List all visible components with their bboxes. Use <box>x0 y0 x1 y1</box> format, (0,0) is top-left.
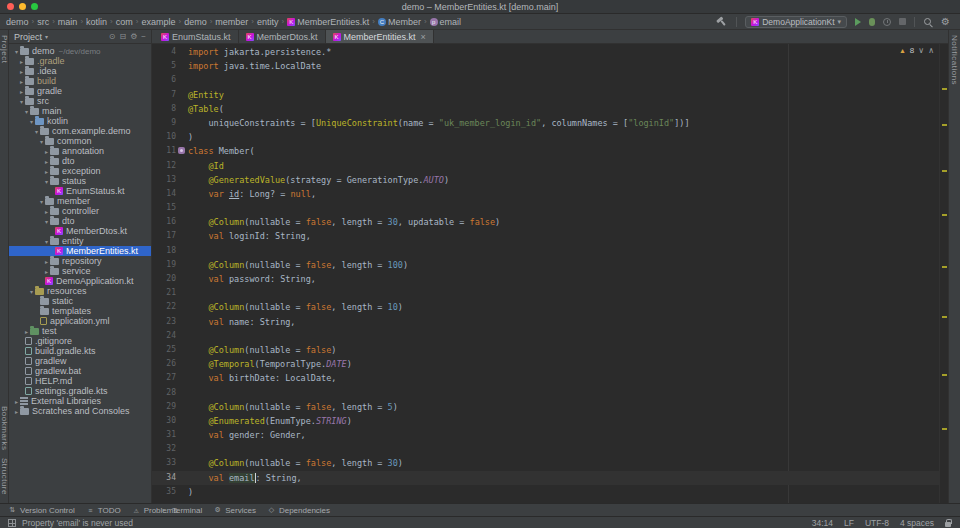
line-number[interactable]: 19 <box>152 258 176 272</box>
project-tree-item[interactable]: ▾com.example.demo <box>9 126 151 136</box>
code-line[interactable]: 11class Member( <box>152 144 939 158</box>
debug-button[interactable] <box>869 18 875 26</box>
line-separator-widget[interactable]: LF <box>844 518 854 528</box>
readonly-lock-icon[interactable] <box>945 519 952 527</box>
line-number[interactable]: 4 <box>152 45 176 59</box>
inspections-widget[interactable]: ▲ 8 ∨ ∧ <box>899 46 934 55</box>
project-tree-item[interactable]: KMemberEntities.kt <box>9 246 151 256</box>
close-window-button[interactable] <box>7 3 14 10</box>
close-icon[interactable]: × <box>421 32 426 42</box>
line-number[interactable]: 31 <box>152 428 176 442</box>
project-tree-item[interactable]: ▸External Libraries <box>9 396 151 406</box>
code-line[interactable]: 12 @Id <box>152 159 939 173</box>
hide-panel-icon[interactable]: − <box>141 30 146 44</box>
line-number[interactable]: 21 <box>152 286 176 300</box>
prev-warning-icon[interactable]: ∧ <box>928 46 934 55</box>
breadcrumb-item[interactable]: kotlin <box>86 17 107 27</box>
breadcrumb-item[interactable]: pemail <box>430 17 462 27</box>
tree-expand-icon[interactable]: ▸ <box>18 58 25 65</box>
line-number[interactable]: 33 <box>152 456 176 470</box>
warning-stripe-mark[interactable] <box>942 88 947 90</box>
editor-tab[interactable]: KMemberDtos.kt <box>239 30 326 43</box>
code-line[interactable]: 32 <box>152 442 939 456</box>
breadcrumb-item[interactable]: CMember <box>378 17 421 27</box>
minimize-window-button[interactable] <box>19 3 26 10</box>
code-line[interactable]: 24 <box>152 329 939 343</box>
line-number[interactable]: 13 <box>152 173 176 187</box>
tree-collapse-icon[interactable]: ▾ <box>28 288 35 295</box>
code-line[interactable]: 8@Table( <box>152 102 939 116</box>
line-number[interactable]: 35 <box>152 485 176 499</box>
tool-window-button[interactable]: TODO <box>86 506 121 515</box>
tree-expand-icon[interactable]: ▸ <box>43 158 50 165</box>
editor-tab[interactable]: KMemberEntities.kt× <box>326 30 434 43</box>
project-tree-item[interactable]: build.gradle.kts <box>9 346 151 356</box>
project-tree-item[interactable]: static <box>9 296 151 306</box>
code-line[interactable]: 33 @Column(nullable = false, length = 30… <box>152 456 939 470</box>
project-tree-item[interactable]: ▸gradle <box>9 86 151 96</box>
code-line[interactable]: 31 val gender: Gender, <box>152 428 939 442</box>
code-line[interactable]: 23 val name: String, <box>152 315 939 329</box>
tree-collapse-icon[interactable]: ▾ <box>33 128 40 135</box>
code-line[interactable]: 26 @Temporal(TemporalType.DATE) <box>152 357 939 371</box>
panel-settings-icon[interactable]: ⚙ <box>130 30 137 44</box>
zoom-window-button[interactable] <box>31 3 38 10</box>
tool-window-button[interactable]: Services <box>213 506 256 515</box>
line-number[interactable]: 9 <box>152 116 176 130</box>
tree-expand-icon[interactable]: ▸ <box>43 268 50 275</box>
code-line[interactable]: 17 val loginId: String, <box>152 229 939 243</box>
breadcrumb-item[interactable]: demo <box>6 17 29 27</box>
warning-stripe-mark[interactable] <box>942 170 947 172</box>
tool-window-button[interactable]: Terminal <box>160 506 202 515</box>
collapse-all-icon[interactable]: ⊟ <box>119 30 126 44</box>
project-tree-item[interactable]: ▸dto <box>9 156 151 166</box>
line-number[interactable]: 8 <box>152 102 176 116</box>
editor-tab[interactable]: KEnumStatus.kt <box>154 30 239 43</box>
tool-window-button[interactable]: Dependencies <box>267 506 330 515</box>
tree-expand-icon[interactable]: ▸ <box>18 88 25 95</box>
code-line[interactable]: 16 @Column(nullable = false, length = 30… <box>152 215 939 229</box>
code-line[interactable]: 10) <box>152 130 939 144</box>
profiler-button[interactable] <box>883 18 891 26</box>
code-line[interactable]: 15 <box>152 201 939 215</box>
line-number[interactable]: 7 <box>152 88 176 102</box>
search-everywhere-icon[interactable] <box>923 17 933 27</box>
line-number[interactable]: 10 <box>152 130 176 144</box>
project-tree-item[interactable]: ▸Scratches and Consoles <box>9 406 151 416</box>
line-number[interactable]: 16 <box>152 215 176 229</box>
code-line[interactable]: 4import jakarta.persistence.* <box>152 45 939 59</box>
line-number[interactable]: 15 <box>152 201 176 215</box>
run-button[interactable] <box>855 18 861 26</box>
tree-expand-icon[interactable]: ▸ <box>43 208 50 215</box>
tree-expand-icon[interactable]: ▸ <box>23 328 30 335</box>
project-tree-item[interactable]: settings.gradle.kts <box>9 386 151 396</box>
warning-stripe-mark[interactable] <box>942 316 947 318</box>
project-tree-item[interactable]: ▾common <box>9 136 151 146</box>
breadcrumb-item[interactable]: demo <box>184 17 207 27</box>
warning-stripe-mark[interactable] <box>942 266 947 268</box>
file-encoding-widget[interactable]: UTF-8 <box>865 518 889 528</box>
line-number[interactable]: 30 <box>152 414 176 428</box>
project-tree-item[interactable]: ▾member <box>9 196 151 206</box>
project-tree-item[interactable]: ▸test <box>9 326 151 336</box>
indent-widget[interactable]: 4 spaces <box>900 518 934 528</box>
tree-collapse-icon[interactable]: ▾ <box>43 238 50 245</box>
warning-stripe-mark[interactable] <box>942 428 947 430</box>
tool-window-bookmarks-button[interactable]: Bookmarks <box>0 406 9 451</box>
line-number[interactable]: 23 <box>152 315 176 329</box>
tree-expand-icon[interactable]: ▸ <box>43 258 50 265</box>
line-number[interactable]: 27 <box>152 371 176 385</box>
tree-expand-icon[interactable]: ▸ <box>18 78 25 85</box>
stop-button[interactable] <box>899 18 906 25</box>
project-tree-item[interactable]: ▾main <box>9 106 151 116</box>
line-number[interactable]: 14 <box>152 187 176 201</box>
line-number[interactable]: 34 <box>152 471 176 485</box>
project-tree-item[interactable]: .gitignore <box>9 336 151 346</box>
code-line[interactable]: 18 <box>152 244 939 258</box>
line-number[interactable]: 11 <box>152 144 176 158</box>
tree-collapse-icon[interactable]: ▾ <box>28 118 35 125</box>
breadcrumb-item[interactable]: com <box>116 17 133 27</box>
line-number[interactable]: 26 <box>152 357 176 371</box>
project-tree-item[interactable]: HELP.md <box>9 376 151 386</box>
tree-collapse-icon[interactable]: ▾ <box>43 218 50 225</box>
